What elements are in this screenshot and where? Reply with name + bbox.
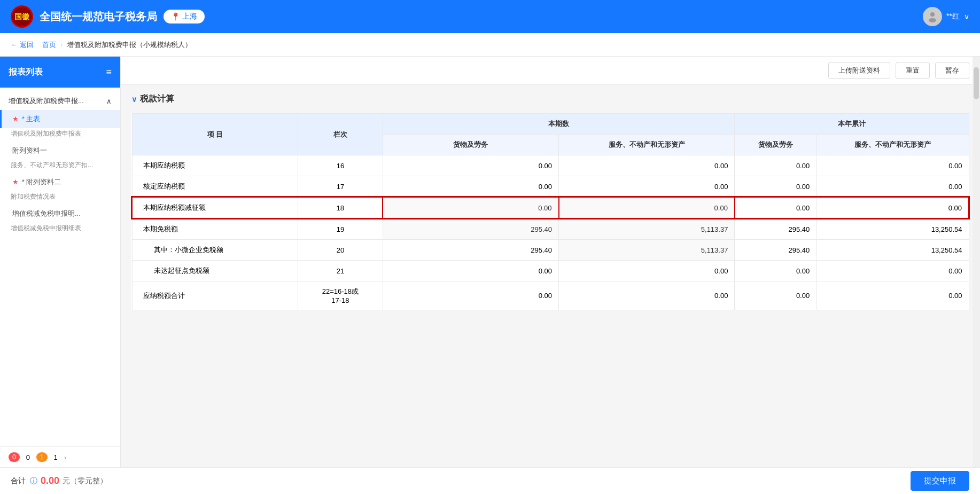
sidebar-group-chevron-icon: ∧ [106, 97, 112, 105]
user-chevron-icon[interactable]: ∨ [964, 12, 969, 21]
warning-badge: 1 [36, 452, 48, 462]
header-left: 国徽 全国统一规范电子税务局 📍 上海 [11, 5, 205, 28]
row-year-services: 0.00 [816, 155, 969, 176]
header: 国徽 全国统一规范电子税务局 📍 上海 **红 ∨ [0, 0, 980, 33]
row-year-services: 0.00 [816, 261, 969, 281]
row-name: 本期免税额 [132, 218, 298, 240]
breadcrumb: ← 返回 首页 › 增值税及附加税费申报（小规模纳税人） [0, 33, 980, 57]
svg-point-3 [929, 18, 936, 22]
total-amount: 0.00 [41, 475, 59, 487]
table-row: 本期应纳税额160.000.000.000.00 [132, 155, 969, 176]
table-row: 未达起征点免税额210.000.000.000.00 [132, 261, 969, 281]
input-period-services[interactable] [565, 246, 728, 254]
col-header-name: 项 目 [132, 114, 298, 155]
row-period-goods[interactable] [383, 218, 558, 240]
sidebar-item-appendix3-sublabel: 增值税减免税申报明细表 [0, 223, 120, 236]
col-header-num: 栏次 [298, 114, 383, 155]
row-year-services: 13,250.54 [816, 240, 969, 261]
row-period-services[interactable] [559, 197, 735, 218]
sidebar-item-appendix1-sublabel: 服务、不动产和无形资产扣... [0, 160, 120, 173]
row-period-services: 0.00 [559, 261, 735, 281]
save-button[interactable]: 暂存 [935, 62, 969, 79]
star-icon2: ★ [12, 178, 19, 186]
scrollbar[interactable] [973, 57, 980, 467]
row-name: 其中：小微企业免税额 [132, 240, 298, 261]
row-name: 本期应纳税额 [132, 155, 298, 176]
col-header-period: 本期数 [383, 114, 735, 135]
content: 上传附送资料 重置 暂存 ∨ 税款计算 项 目 栏次 本期数 本年累计 [121, 57, 980, 467]
table-row: 本期应纳税额减征额180.000.00 [132, 197, 969, 218]
header-title: 全国统一规范电子税务局 [40, 10, 157, 24]
sidebar-item-main-label: * 主表 [22, 115, 41, 123]
section-title-text: 税款计算 [140, 93, 174, 105]
breadcrumb-home[interactable]: 首页 [42, 40, 56, 50]
back-button[interactable]: ← 返回 [11, 40, 34, 50]
sidebar-section: 增值税及附加税费申报... ∧ ★ * 主表 增值税及附加税费申报表 附列资料一… [0, 88, 120, 446]
row-name: 应纳税额合计 [132, 281, 298, 310]
row-year-services: 0.00 [816, 197, 969, 218]
star-icon: ★ [12, 115, 19, 123]
row-period-services[interactable] [559, 218, 735, 240]
row-col: 22=16-18或 17-18 [298, 281, 383, 310]
reset-button[interactable]: 重置 [896, 62, 930, 79]
row-period-goods: 295.40 [383, 240, 558, 261]
sidebar-header: 报表列表 ≡ [0, 57, 120, 88]
logo-icon: 国徽 [11, 5, 33, 28]
input-period-services[interactable] [565, 225, 728, 233]
row-year-services: 0.00 [816, 176, 969, 198]
row-period-goods: 0.00 [383, 176, 558, 198]
submit-button[interactable]: 提交申报 [911, 471, 969, 491]
col-header-year-services: 服务、不动产和无形资产 [816, 135, 969, 155]
sidebar-menu-icon[interactable]: ≡ [106, 67, 112, 78]
sidebar-group-label: 增值税及附加税费申报... [9, 96, 84, 106]
row-period-goods: 0.00 [383, 155, 558, 176]
input-period-services[interactable] [566, 204, 728, 212]
content-body: ∨ 税款计算 项 目 栏次 本期数 本年累计 货物及劳务 服务、不动产和无形资产… [121, 85, 980, 467]
info-icon[interactable]: ⓘ [30, 476, 37, 486]
row-period-services: 0.00 [559, 155, 735, 176]
error-label: 0 [26, 453, 30, 461]
row-period-goods[interactable] [383, 197, 558, 218]
row-col: 16 [298, 155, 383, 176]
input-period-goods[interactable] [390, 225, 552, 233]
sidebar-footer: 0 0 1 1 › [0, 446, 120, 467]
row-period-services[interactable] [559, 240, 735, 261]
row-year-goods: 0.00 [735, 176, 816, 198]
row-period-goods: 0.00 [383, 281, 558, 310]
row-year-goods: 295.40 [735, 240, 816, 261]
section-arrow-icon[interactable]: ∨ [131, 95, 137, 104]
row-col: 20 [298, 240, 383, 261]
content-toolbar: 上传附送资料 重置 暂存 [121, 57, 980, 85]
table-row: 其中：小微企业免税额20295.40295.4013,250.54 [132, 240, 969, 261]
avatar[interactable] [923, 7, 942, 26]
main-layout: 报表列表 ≡ 增值税及附加税费申报... ∧ ★ * 主表 增值税及附加税费申报… [0, 57, 980, 467]
row-year-services: 13,250.54 [816, 218, 969, 240]
header-location[interactable]: 📍 上海 [164, 10, 205, 23]
warning-label: 1 [54, 453, 58, 461]
col-header-year: 本年累计 [735, 114, 969, 135]
row-name: 未达起征点免税额 [132, 261, 298, 281]
sidebar-item-appendix2-sublabel: 附加税费情况表 [0, 191, 120, 205]
row-year-goods: 0.00 [735, 155, 816, 176]
sidebar-item-appendix2[interactable]: ★ * 附列资料二 [0, 173, 120, 191]
row-period-services: 0.00 [559, 176, 735, 198]
input-period-goods[interactable] [390, 204, 551, 212]
row-year-goods: 0.00 [735, 261, 816, 281]
error-badge: 0 [9, 452, 20, 462]
sidebar-footer-chevron-icon[interactable]: › [64, 453, 66, 461]
breadcrumb-sep2: › [60, 41, 63, 49]
svg-point-2 [930, 12, 935, 17]
row-col: 17 [298, 176, 383, 198]
username: **红 [946, 12, 960, 21]
sidebar-item-appendix2-label: * 附列资料二 [22, 178, 61, 186]
sidebar-title: 报表列表 [9, 67, 43, 78]
sidebar-item-appendix1-label: 附列资料一 [12, 146, 47, 154]
sidebar-item-appendix3[interactable]: 增值税减免税申报明... [0, 205, 120, 223]
row-period-goods: 0.00 [383, 261, 558, 281]
sidebar-item-appendix1[interactable]: 附列资料一 [0, 142, 120, 160]
upload-button[interactable]: 上传附送资料 [828, 62, 890, 79]
sidebar-item-main[interactable]: ★ * 主表 [0, 110, 120, 128]
row-year-goods: 0.00 [735, 197, 816, 218]
sidebar-group-header[interactable]: 增值税及附加税费申报... ∧ [0, 92, 120, 110]
table-row: 本期免税额19295.4013,250.54 [132, 218, 969, 240]
